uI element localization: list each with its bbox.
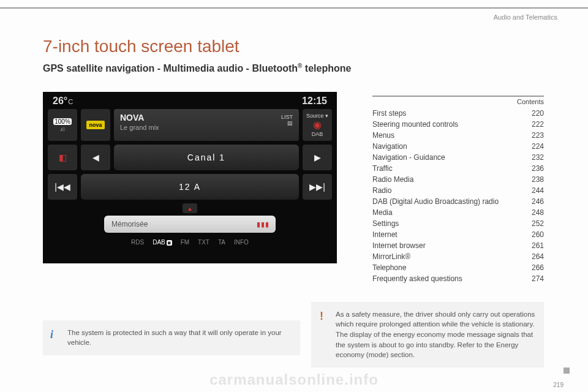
channel-label: Canal 1 xyxy=(187,153,225,162)
toc-page: 246 xyxy=(532,196,544,207)
tablet-status-bar: 26°C 12:15 xyxy=(43,92,337,109)
ensemble-label: 12 A xyxy=(179,182,201,192)
toc-label: Frequently asked questions xyxy=(372,273,462,284)
mode-fm[interactable]: FM xyxy=(181,239,189,246)
warning-note-text: As a safety measure, the driver should o… xyxy=(336,311,535,359)
marker-button[interactable]: ◧ xyxy=(48,145,77,170)
toc-heading: Contents xyxy=(372,98,544,105)
info-note: i The system is protected in such a way … xyxy=(43,320,300,355)
station-logo-tile[interactable]: nova xyxy=(81,109,110,141)
source-mode: DAB xyxy=(312,131,323,137)
toc-page: 260 xyxy=(532,229,544,240)
toc-row: Steering mounted controls222 xyxy=(372,119,544,130)
toc-label: Navigation xyxy=(372,141,407,152)
watermark: carmanualsonline.info xyxy=(0,371,588,388)
toc-page: 274 xyxy=(532,273,544,284)
info-note-text: The system is protected in such a way th… xyxy=(67,329,282,347)
toc-label: Internet xyxy=(372,229,398,240)
list-label: LIST xyxy=(281,114,293,120)
temp-value: 26° xyxy=(53,96,67,106)
ensemble-display[interactable]: 12 A xyxy=(81,174,299,200)
radio-mode-row: RDS DAB◙ FM TXT TA INFO xyxy=(43,239,337,246)
tablet-row-2: ◧ ◀ Canal 1 ▶ xyxy=(43,141,337,170)
toc-page: 222 xyxy=(532,119,544,130)
mode-dab-label: DAB xyxy=(153,239,165,246)
toc-label: Settings xyxy=(372,218,399,229)
tablet-row-3: |◀◀ 12 A ▶▶| xyxy=(43,170,337,200)
toc-label: Telephone xyxy=(372,262,406,273)
mute-icon: ♪⃠ xyxy=(60,126,65,132)
top-rule xyxy=(0,7,588,9)
seek-next-button[interactable]: ▶▶| xyxy=(303,174,332,200)
toc-label: Radio xyxy=(372,185,391,196)
toc-row: Media248 xyxy=(372,207,544,218)
toc-row: Menus223 xyxy=(372,130,544,141)
table-of-contents: Contents First steps220Steering mounted … xyxy=(372,96,544,284)
page-number: 219 xyxy=(553,382,564,388)
mode-dab[interactable]: DAB◙ xyxy=(153,239,172,246)
toc-row: Internet browser261 xyxy=(372,240,544,251)
toc-page: 266 xyxy=(532,262,544,273)
toc-label: Traffic xyxy=(372,163,393,174)
mode-txt[interactable]: TXT xyxy=(198,239,209,246)
toc-label: MirrorLink® xyxy=(372,251,410,262)
mode-ta[interactable]: TA xyxy=(218,239,225,246)
subtitle-post: telephone xyxy=(302,63,351,74)
station-panel[interactable]: NOVA Le grand mix LIST▤ xyxy=(114,109,299,141)
antenna-icon: ◉ xyxy=(313,120,322,130)
toc-label: Radio Media xyxy=(372,174,413,185)
toc-label: DAB (Digital Audio Broadcasting) radio xyxy=(372,196,499,207)
mode-info[interactable]: INFO xyxy=(234,239,249,246)
equalizer-icon: ▮▮▮ xyxy=(257,221,270,228)
seek-prev-button[interactable]: |◀◀ xyxy=(48,174,77,200)
subtitle-pre: GPS satellite navigation - Multimedia au… xyxy=(43,63,298,74)
warning-icon: ! xyxy=(320,308,323,324)
prev-button[interactable]: ◀ xyxy=(81,145,110,170)
toc-page: 238 xyxy=(532,174,544,185)
toc-rule xyxy=(372,96,544,97)
preset-bar[interactable]: Mémorisée ▮▮▮ xyxy=(104,216,276,233)
toc-row: Navigation - Guidance232 xyxy=(372,152,544,163)
expand-up-button[interactable]: ▲ xyxy=(183,203,197,213)
toc-page: 248 xyxy=(532,207,544,218)
mode-rds[interactable]: RDS xyxy=(131,239,144,246)
source-label: Source ▾ xyxy=(306,113,328,119)
tablet-screenshot: 26°C 12:15 100% ♪⃠ nova NOVA Le grand mi… xyxy=(43,92,337,263)
toc-row: Telephone266 xyxy=(372,262,544,273)
corner-marker xyxy=(564,368,570,374)
station-logo: nova xyxy=(86,121,104,129)
toc-page: 236 xyxy=(532,163,544,174)
toc-page: 261 xyxy=(532,240,544,251)
temperature: 26°C xyxy=(53,96,73,107)
source-button[interactable]: Source ▾ ◉ DAB xyxy=(303,109,332,141)
toc-row: Radio Media238 xyxy=(372,174,544,185)
volume-badge: 100% xyxy=(53,118,72,125)
toc-row: DAB (Digital Audio Broadcasting) radio24… xyxy=(372,196,544,207)
toc-row: Internet260 xyxy=(372,229,544,240)
list-button[interactable]: LIST▤ xyxy=(281,114,293,126)
toc-row: Traffic236 xyxy=(372,163,544,174)
station-name: NOVA xyxy=(120,113,293,123)
toc-page: 224 xyxy=(532,141,544,152)
toc-label: Navigation - Guidance xyxy=(372,152,445,163)
next-button[interactable]: ▶ xyxy=(303,145,332,170)
toc-page: 223 xyxy=(532,130,544,141)
station-tagline: Le grand mix xyxy=(120,124,293,131)
toc-label: Media xyxy=(372,207,393,218)
toc-row: MirrorLink®264 xyxy=(372,251,544,262)
toc-label: First steps xyxy=(372,108,406,119)
toc-page: 232 xyxy=(532,152,544,163)
toc-page: 220 xyxy=(532,108,544,119)
toc-page: 252 xyxy=(532,218,544,229)
toc-page: 244 xyxy=(532,185,544,196)
mute-button[interactable]: 100% ♪⃠ xyxy=(48,109,77,141)
toc-row: Navigation224 xyxy=(372,141,544,152)
toc-row: Frequently asked questions274 xyxy=(372,273,544,284)
toc-row: Settings252 xyxy=(372,218,544,229)
dab-chip-icon: ◙ xyxy=(167,240,172,246)
tablet-row-4: ▲ xyxy=(43,200,337,213)
warning-note: ! As a safety measure, the driver should… xyxy=(311,302,544,368)
info-icon: i xyxy=(50,326,53,342)
channel-display[interactable]: Canal 1 xyxy=(114,145,299,170)
toc-label: Internet browser xyxy=(372,240,426,251)
